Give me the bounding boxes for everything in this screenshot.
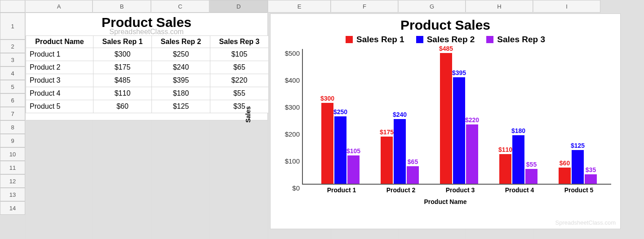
cell-value[interactable]: $65 xyxy=(210,61,269,74)
legend-item-0[interactable]: Sales Rep 1 xyxy=(346,35,404,44)
bar[interactable]: $220 xyxy=(466,124,478,184)
y-tick-label: $0 xyxy=(275,184,300,192)
bar[interactable]: $55 xyxy=(525,169,537,184)
bar[interactable]: $300 xyxy=(321,103,333,184)
col-header-G[interactable]: G xyxy=(398,0,466,13)
cell-value[interactable]: $300 xyxy=(93,48,152,61)
table-header-0[interactable]: Product Name xyxy=(26,36,93,48)
legend-item-2[interactable]: Sales Rep 3 xyxy=(486,35,545,44)
chart-ylabel: Sales xyxy=(244,106,252,123)
row-header-14[interactable]: 14 xyxy=(0,201,25,215)
bar-group: $175$240$65 xyxy=(381,119,419,184)
bar[interactable]: $395 xyxy=(453,77,465,184)
bar-value-label: $105 xyxy=(346,147,360,155)
col-header-H[interactable]: H xyxy=(466,0,533,13)
x-tick-label: Product 2 xyxy=(386,186,416,194)
legend-label: Sales Rep 1 xyxy=(356,35,404,44)
cell-value[interactable]: $175 xyxy=(93,61,152,74)
table-row[interactable]: Product 5$60$125$35 xyxy=(26,100,269,113)
select-all-corner[interactable] xyxy=(0,0,25,13)
cell-value[interactable]: $395 xyxy=(152,74,210,87)
y-tick-label: $200 xyxy=(275,130,300,138)
row-header-9[interactable]: 9 xyxy=(0,134,25,147)
legend-item-1[interactable]: Sales Rep 2 xyxy=(416,35,475,44)
col-header-F[interactable]: F xyxy=(331,0,398,13)
bar-value-label: $485 xyxy=(439,45,453,52)
cell-product-name[interactable]: Product 3 xyxy=(26,74,93,87)
bar[interactable]: $65 xyxy=(407,166,419,184)
cell-product-name[interactable]: Product 1 xyxy=(26,48,93,61)
bar[interactable]: $240 xyxy=(394,119,406,184)
data-table-area: Product Sales SpreadsheetClass.com Produ… xyxy=(25,13,268,120)
cell-value[interactable]: $60 xyxy=(93,100,152,113)
bar-value-label: $250 xyxy=(333,108,347,115)
bar[interactable]: $125 xyxy=(572,150,584,184)
cell-value[interactable]: $110 xyxy=(93,87,152,100)
table-row[interactable]: Product 2$175$240$65 xyxy=(26,61,269,74)
row-header-10[interactable]: 10 xyxy=(0,147,25,161)
cell-value[interactable]: $125 xyxy=(152,100,210,113)
cell-value[interactable]: $55 xyxy=(210,87,269,100)
bar[interactable]: $60 xyxy=(559,168,571,184)
cell-value[interactable]: $105 xyxy=(210,48,269,61)
chart-container[interactable]: Product Sales Sales Rep 1Sales Rep 2Sale… xyxy=(270,13,621,229)
cell-value[interactable]: $180 xyxy=(152,87,210,100)
bar-value-label: $300 xyxy=(320,95,334,102)
col-header-A[interactable]: A xyxy=(25,0,93,13)
row-header-2[interactable]: 2 xyxy=(0,40,25,53)
chart-title: Product Sales xyxy=(271,18,620,33)
row-header-8[interactable]: 8 xyxy=(0,120,25,134)
col-header-E[interactable]: E xyxy=(268,0,331,13)
chart-xlabel: Product Name xyxy=(271,198,620,205)
col-header-C[interactable]: C xyxy=(151,0,209,13)
bar-value-label: $60 xyxy=(560,159,570,167)
bar-value-label: $175 xyxy=(380,128,394,136)
row-header-6[interactable]: 6 xyxy=(0,93,25,107)
legend-swatch-icon xyxy=(346,36,353,43)
row-header-13[interactable]: 13 xyxy=(0,188,25,201)
bar[interactable]: $180 xyxy=(512,135,524,184)
bar-value-label: $110 xyxy=(498,146,512,153)
col-header-B[interactable]: B xyxy=(93,0,151,13)
table-row[interactable]: Product 3$485$395$220 xyxy=(26,74,269,87)
cell-value[interactable]: $220 xyxy=(210,74,269,87)
cell-product-name[interactable]: Product 2 xyxy=(26,61,93,74)
cell-value[interactable]: $485 xyxy=(93,74,152,87)
row-header-4[interactable]: 4 xyxy=(0,66,25,80)
bar-group: $110$180$55 xyxy=(499,135,537,184)
table-header-1[interactable]: Sales Rep 1 xyxy=(93,36,152,48)
table-header-3[interactable]: Sales Rep 3 xyxy=(210,36,269,48)
col-header-I[interactable]: I xyxy=(533,0,600,13)
spreadsheet: ABCDEFGHI1234567891011121314 Product Sal… xyxy=(0,0,644,239)
chart-watermark: SpreadsheetClass.com xyxy=(555,219,616,226)
bar-value-label: $180 xyxy=(511,127,525,134)
table-subtitle: SpreadsheetClass.com xyxy=(26,28,267,35)
legend-label: Sales Rep 3 xyxy=(497,35,545,44)
bar-value-label: $55 xyxy=(526,161,537,168)
bar[interactable]: $175 xyxy=(381,137,393,184)
row-header-12[interactable]: 12 xyxy=(0,174,25,188)
bar[interactable]: $110 xyxy=(499,154,511,184)
table-header-2[interactable]: Sales Rep 2 xyxy=(152,36,210,48)
table-row[interactable]: Product 1$300$250$105 xyxy=(26,48,269,61)
cell-value[interactable]: $240 xyxy=(152,61,210,74)
row-header-7[interactable]: 7 xyxy=(0,107,25,120)
bar-value-label: $395 xyxy=(452,69,466,76)
bar[interactable]: $105 xyxy=(347,155,360,184)
row-header-3[interactable]: 3 xyxy=(0,53,25,66)
x-tick-label: Product 5 xyxy=(564,186,594,194)
bar[interactable]: $485 xyxy=(440,53,452,184)
col-header-D[interactable]: D xyxy=(209,0,268,13)
row-header-1[interactable]: 1 xyxy=(0,13,25,40)
cell-value[interactable]: $250 xyxy=(152,48,210,61)
table-row[interactable]: Product 4$110$180$55 xyxy=(26,87,269,100)
cell-value[interactable]: $35 xyxy=(210,100,269,113)
cell-product-name[interactable]: Product 5 xyxy=(26,100,93,113)
bar[interactable]: $250 xyxy=(334,116,346,184)
row-header-5[interactable]: 5 xyxy=(0,80,25,93)
cell-product-name[interactable]: Product 4 xyxy=(26,87,93,100)
row-header-11[interactable]: 11 xyxy=(0,161,25,174)
bar[interactable]: $35 xyxy=(585,174,597,184)
y-tick-label: $300 xyxy=(275,103,300,111)
x-tick-label: Product 3 xyxy=(446,186,475,194)
